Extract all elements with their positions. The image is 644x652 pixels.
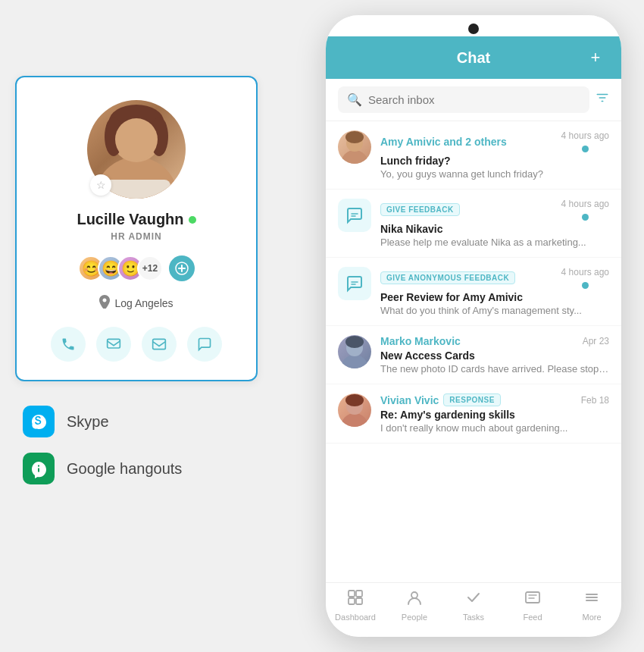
chat-header: Chat + (326, 36, 621, 79)
msg-avatar-marko (338, 335, 371, 368)
nav-people[interactable]: People (385, 589, 444, 625)
phone-container: Chat + 🔍 (326, 15, 621, 637)
feed-icon (524, 589, 541, 610)
nav-feed[interactable]: Feed (503, 589, 562, 625)
chat-title: Chat (362, 49, 585, 67)
search-icon: 🔍 (347, 92, 362, 107)
svg-point-10 (341, 150, 368, 164)
svg-point-15 (345, 336, 364, 348)
message-button[interactable] (96, 327, 131, 362)
chat-add-button[interactable]: + (585, 47, 606, 68)
nav-dashboard-label: Dashboard (335, 613, 376, 622)
msg-time-marko: Apr 23 (583, 336, 609, 346)
svg-rect-21 (349, 598, 355, 604)
nav-more[interactable]: More (562, 589, 621, 625)
msg-subject-anon: Peer Review for Amy Amivic (380, 291, 609, 303)
msg-subject-amy: Lunch friday? (380, 155, 609, 167)
message-item[interactable]: GIVE FEEDBACK 4 hours ago Nika Nikavic P… (326, 190, 621, 258)
svg-point-13 (341, 355, 368, 368)
svg-rect-22 (356, 598, 362, 604)
left-section: ☆ Lucille Vaughn HR ADMIN 😊 😄 🙂 +12 (15, 76, 258, 500)
msg-sender-amy: Amy Amivic and 2 others (380, 136, 507, 148)
skype-label: Skype (67, 413, 109, 431)
msg-preview-vivian: I don't really know much about gardening… (380, 422, 609, 434)
anon-tag: GIVE ANONYMOUS FEEDBACK (380, 271, 515, 284)
msg-preview-amy: Yo, you guys wanna get lunch friday? (380, 168, 609, 180)
profile-card: ☆ Lucille Vaughn HR ADMIN 😊 😄 🙂 +12 (15, 76, 258, 381)
profile-location: Log Angeles (99, 295, 173, 312)
add-group-button[interactable] (169, 255, 195, 281)
svg-rect-9 (153, 339, 166, 349)
search-input-wrapper: 🔍 (338, 86, 589, 113)
svg-point-16 (341, 413, 368, 427)
message-item[interactable]: Marko Markovic Apr 23 New Access Cards T… (326, 326, 621, 384)
avatar-group: 😊 😄 🙂 +12 (78, 255, 195, 281)
profile-role: HR ADMIN (111, 231, 162, 242)
skype-integration[interactable]: Skype (23, 406, 258, 437)
msg-content-marko: Marko Markovic Apr 23 New Access Cards T… (380, 335, 609, 375)
skype-icon (23, 406, 55, 437)
star-badge[interactable]: ☆ (90, 174, 111, 196)
tasks-icon (465, 589, 482, 610)
msg-time-anon: 4 hours ago (561, 267, 609, 277)
svg-point-18 (345, 394, 364, 406)
email-button[interactable] (142, 327, 177, 362)
msg-avatar-anon (338, 267, 371, 300)
nav-tasks[interactable]: Tasks (444, 589, 503, 625)
msg-preview-anon: What do you think of Amy's management st… (380, 305, 609, 316)
svg-rect-24 (526, 592, 539, 603)
feedback-tag: GIVE FEEDBACK (380, 203, 460, 216)
message-item[interactable]: Amy Amivic and 2 others 4 hours ago Lunc… (326, 121, 621, 190)
filter-icon[interactable] (596, 91, 609, 108)
msg-sender-marko: Marko Markovic (380, 335, 461, 347)
msg-content-anon: GIVE ANONYMOUS FEEDBACK 4 hours ago Peer… (380, 267, 609, 316)
svg-point-23 (411, 592, 417, 598)
online-status-dot (189, 216, 196, 224)
nav-dashboard[interactable]: Dashboard (326, 589, 385, 625)
msg-subject-nika: Nika Nikavic (380, 223, 609, 235)
svg-point-5 (115, 118, 158, 161)
msg-time-amy: 4 hours ago (561, 130, 609, 141)
svg-rect-6 (102, 180, 170, 199)
unread-dot (582, 282, 589, 289)
group-count: +12 (137, 255, 163, 281)
hangouts-icon (23, 453, 55, 484)
profile-name: Lucille Vaughn (77, 211, 195, 228)
dashboard-icon (347, 589, 364, 610)
msg-preview-nika: Please help me evaluate Nika as a market… (380, 237, 609, 248)
svg-rect-20 (356, 591, 362, 597)
location-text: Log Angeles (114, 297, 173, 309)
msg-avatar-amy (338, 130, 371, 164)
svg-rect-8 (108, 339, 120, 348)
msg-content-nika: GIVE FEEDBACK 4 hours ago Nika Nikavic P… (380, 199, 609, 248)
avatar-wrapper: ☆ (87, 100, 186, 199)
nav-people-label: People (402, 613, 427, 622)
svg-point-12 (345, 131, 364, 143)
integrations-section: Skype Google hangouts (15, 406, 258, 484)
search-input[interactable] (368, 93, 580, 106)
chat-button[interactable] (187, 327, 222, 362)
msg-sender-vivian: Vivian Vivic (380, 394, 439, 406)
msg-avatar-vivian (338, 393, 371, 427)
people-icon (406, 589, 423, 610)
nav-feed-label: Feed (523, 613, 542, 622)
msg-preview-marko: The new photo ID cards have arrived. Ple… (380, 363, 609, 375)
unread-dot (582, 214, 589, 221)
msg-subject-vivian: Re: Amy's gardening skills (380, 409, 609, 421)
nav-more-label: More (582, 613, 601, 622)
more-icon (583, 589, 600, 610)
bottom-nav: Dashboard People Tasks (326, 582, 621, 637)
message-item[interactable]: Vivian Vivic RESPONSE Feb 18 Re: Amy's g… (326, 384, 621, 444)
msg-content-amy: Amy Amivic and 2 others 4 hours ago Lunc… (380, 130, 609, 180)
msg-avatar-feedback (338, 199, 371, 232)
message-item[interactable]: GIVE ANONYMOUS FEEDBACK 4 hours ago Peer… (326, 258, 621, 326)
hangouts-integration[interactable]: Google hangouts (23, 453, 258, 484)
phone-button[interactable] (51, 327, 86, 362)
msg-time-nika: 4 hours ago (561, 199, 609, 209)
nav-tasks-label: Tasks (463, 613, 484, 622)
phone-notch (468, 24, 479, 34)
response-tag: RESPONSE (443, 393, 501, 406)
phone-shell: Chat + 🔍 (326, 15, 621, 637)
location-icon (99, 295, 110, 312)
message-list: Amy Amivic and 2 others 4 hours ago Lunc… (326, 121, 621, 582)
